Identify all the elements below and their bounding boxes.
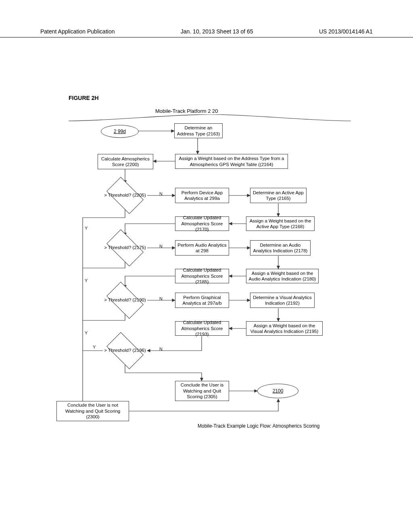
edge-y: Y: [85, 278, 88, 283]
box-label: Determine an Active App Type (2165): [252, 190, 305, 202]
box-calc-2170: Calculate Updated Atmospherics Score (21…: [175, 216, 229, 231]
box-weight-app-type: Assign a Weight based on the Active App …: [246, 216, 315, 231]
header-left: Patent Application Publication: [40, 28, 115, 35]
decision-label: > Threshold? (2175): [104, 245, 146, 251]
box-label: Assign a Weight based on the Audio Analy…: [248, 270, 317, 282]
start-node: 2 99d: [101, 125, 139, 138]
box-calc-atmos: Calculate Atmospherics Score (2200): [98, 154, 153, 169]
header-center: Jan. 10, 2013 Sheet 13 of 65: [181, 28, 253, 35]
box-label: Determine a Visual Analytics Indication …: [252, 295, 313, 306]
end-node: 2100: [257, 384, 298, 398]
decision-label: > Threshold? (2190): [104, 297, 146, 303]
box-label: Assign a Weight based on the Address Typ…: [177, 156, 286, 167]
figure-caption: Mobile-Track Example Logic Flow: Atmosph…: [198, 423, 319, 429]
edge-y: Y: [85, 330, 88, 335]
box-label: Assign a Weight based on the Active App …: [248, 218, 313, 230]
decision-label: > Threshold? (2196): [104, 348, 146, 353]
flowchart: 2 99d Determine an Address Type (2163) A…: [69, 121, 351, 431]
box-weight-visual: Assign a Weight based on the Visual Anal…: [246, 321, 323, 336]
end-label: 2100: [273, 388, 284, 394]
edge-n: N: [159, 244, 163, 249]
edge-y: Y: [85, 226, 88, 231]
box-conclude-not-watching: Conclude the User is not Watching and Qu…: [56, 401, 129, 421]
box-label: Calculate Atmospherics Score (2200): [100, 156, 151, 168]
box-audio-indication: Determine an Audio Analytics Indication …: [250, 240, 311, 256]
box-label: Determine an Address Type (2163): [176, 125, 221, 137]
box-active-app-type: Determine an Active App Type (2165): [250, 188, 307, 203]
decision-2196: > Threshold? (2196): [103, 339, 147, 363]
box-conclude-watching: Conclude the User is Watching and Quit S…: [175, 381, 229, 401]
edge-n: N: [159, 347, 163, 351]
edge-n: N: [159, 296, 163, 301]
edge-n: N: [159, 191, 163, 196]
decision-2205: > Threshold? (2205): [103, 183, 147, 208]
box-label: Perform Graphical Analytics at 297a/b: [177, 295, 227, 306]
box-label: Perform Audio Analytics at 298: [177, 242, 227, 254]
box-label: Calculate Updated Atmospherics Score (21…: [177, 267, 227, 285]
box-calc-2185: Calculate Updated Atmospherics Score (21…: [175, 269, 229, 283]
platform-label: Mobile-Track Platform 2 20: [155, 108, 218, 114]
box-label: Conclude the User is Watching and Quit S…: [177, 382, 227, 399]
box-calc-2193: Calculate Updated Atmospherics Score (21…: [175, 321, 229, 336]
decision-label: > Threshold? (2205): [104, 193, 146, 198]
box-label: Calculate Updated Atmospherics Score (21…: [177, 215, 227, 232]
page: Patent Application Publication Jan. 10, …: [0, 0, 413, 532]
box-label: Determine an Audio Analytics Indication …: [252, 242, 309, 254]
header-right: US 2013/0014146 A1: [319, 28, 373, 35]
box-visual-indication: Determine a Visual Analytics Indication …: [250, 293, 315, 308]
decision-2175: > Threshold? (2175): [103, 236, 147, 260]
box-audio-analytics: Perform Audio Analytics at 298: [175, 240, 229, 256]
edge-y: Y: [93, 345, 96, 349]
box-label: Calculate Updated Atmospherics Score (21…: [177, 320, 227, 337]
box-graphical-analytics: Perform Graphical Analytics at 297a/b: [175, 293, 229, 308]
figure-title: FIGURE 2H: [69, 95, 99, 101]
box-label: Conclude the User is not Watching and Qu…: [58, 402, 127, 420]
page-header: Patent Application Publication Jan. 10, …: [0, 28, 413, 37]
start-label: 2 99d: [114, 129, 126, 134]
box-address-type: Determine an Address Type (2163): [174, 123, 223, 138]
box-device-app: Perform Device App Analytics at 299a: [175, 188, 229, 203]
box-label: Perform Device App Analytics at 299a: [177, 190, 227, 202]
decision-2190: > Threshold? (2190): [103, 288, 147, 312]
box-weight-audio: Assign a Weight based on the Audio Analy…: [246, 269, 319, 283]
box-label: Assign a Weight based on the Visual Anal…: [248, 323, 321, 335]
box-assign-weight-address: Assign a Weight based on the Address Typ…: [175, 154, 288, 169]
